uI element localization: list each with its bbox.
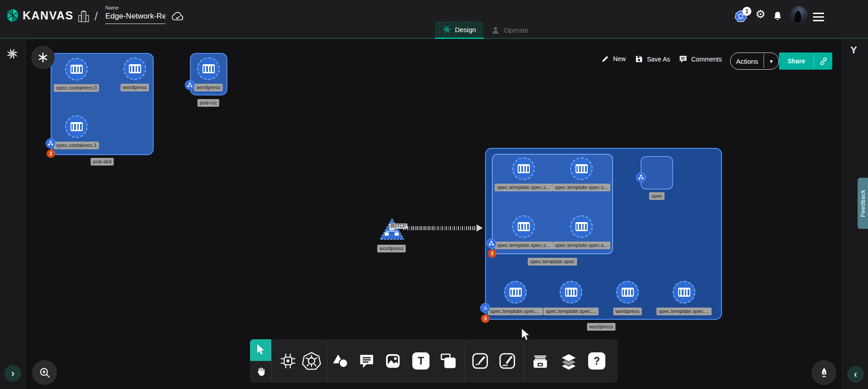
note-icon <box>439 352 458 370</box>
node-service-wordpress[interactable] <box>379 218 405 241</box>
node-label: spec.template.spec.... <box>488 308 543 315</box>
toolbar-divider <box>327 342 327 380</box>
container-icon <box>518 164 530 173</box>
sitemap-icon <box>638 175 644 180</box>
layers-tool-button[interactable] <box>559 351 578 370</box>
shapes-icon <box>331 352 349 370</box>
header: KANVAS / Name Edge-Network-Relatio 1 <box>0 0 868 39</box>
edge-arrowhead <box>476 224 483 232</box>
drawer-tool-button[interactable] <box>531 351 550 370</box>
design-name-block: Name Edge-Network-Relatio <box>105 5 165 24</box>
container-icon <box>622 288 634 297</box>
relationship-badge[interactable] <box>480 303 490 313</box>
node-deployment-container[interactable] <box>560 281 582 304</box>
chevron-left-icon: ‹ <box>854 370 857 380</box>
organization-icon[interactable] <box>78 10 90 23</box>
design-name-input[interactable]: Edge-Network-Relatio <box>105 12 165 24</box>
history-swirl-icon[interactable] <box>6 48 18 60</box>
kubernetes-context-button[interactable]: 1 <box>735 10 755 24</box>
edge-port-label: 80/TCP <box>389 223 407 229</box>
zoom-search-button[interactable] <box>32 360 57 385</box>
node-wordpress-container[interactable] <box>123 57 146 80</box>
node-template-container[interactable] <box>570 157 593 180</box>
feedback-tab[interactable]: Feedback <box>858 178 868 229</box>
copy-link-button[interactable] <box>814 52 832 70</box>
container-icon <box>565 288 577 297</box>
group-spec[interactable] <box>641 156 673 190</box>
relationship-badge[interactable] <box>46 138 56 148</box>
group-label: pod-rcc <box>198 99 219 107</box>
yaml-panel-button[interactable]: Y <box>850 44 857 56</box>
node-template-container[interactable] <box>512 215 535 238</box>
help-tool-button[interactable]: ? <box>588 352 605 370</box>
canvas-snap-button[interactable] <box>31 46 55 69</box>
relationship-badge[interactable] <box>185 80 195 90</box>
chip-icon <box>279 352 297 370</box>
kubernetes-helm-icon <box>302 351 321 370</box>
comments-button[interactable]: Comments <box>679 55 722 64</box>
new-button[interactable]: New <box>601 55 626 63</box>
pen-nib-icon <box>818 367 830 379</box>
canvas-toolbar: T <box>250 339 618 383</box>
save-as-label: Save As <box>647 56 670 63</box>
notifications-bell-button[interactable] <box>772 10 783 22</box>
select-tool-button[interactable] <box>250 339 271 361</box>
comment-icon <box>679 55 688 64</box>
pan-tool-button[interactable] <box>250 361 271 383</box>
integrations-tool-button[interactable] <box>279 352 297 370</box>
node-spec-containers-1[interactable] <box>65 115 88 138</box>
settings-gear-button[interactable]: ⚙ <box>755 9 765 20</box>
draw-pen-button[interactable] <box>811 360 836 385</box>
node-template-container[interactable] <box>512 157 535 180</box>
group-spec-template-spec[interactable] <box>492 154 613 254</box>
shapes-tool-button[interactable] <box>331 352 349 370</box>
note-tool-button[interactable] <box>439 352 458 370</box>
edge-service-to-deployment[interactable] <box>403 226 477 230</box>
node-label: spec.template.spec.... <box>656 308 712 315</box>
image-icon <box>384 352 402 370</box>
node-wordpress-container[interactable] <box>197 57 220 80</box>
node-deployment-container[interactable] <box>616 281 639 304</box>
node-deployment-container[interactable] <box>504 281 527 304</box>
count-badge[interactable]: 3 <box>488 249 496 258</box>
image-tool-button[interactable] <box>384 352 402 370</box>
magnifier-plus-icon <box>38 366 51 379</box>
text-tool-icon: T <box>412 352 429 370</box>
breadcrumb-separator: / <box>94 9 98 24</box>
actions-button[interactable]: Actions ▾ <box>730 52 779 70</box>
container-icon <box>678 288 690 297</box>
tab-operate[interactable]: Operate <box>484 21 536 39</box>
share-button[interactable]: Share <box>779 52 832 70</box>
count-badge[interactable]: 3 <box>481 314 490 323</box>
edge-pen-tool-button[interactable] <box>471 352 489 370</box>
save-as-button[interactable]: Save As <box>635 55 670 63</box>
collapse-right-panel-button[interactable]: ‹ <box>847 366 864 383</box>
freehand-draw-tool-button[interactable] <box>498 352 516 370</box>
expand-left-panel-button[interactable]: › <box>5 365 21 382</box>
kubernetes-tool-button[interactable] <box>302 351 321 370</box>
kanvas-logo[interactable]: KANVAS <box>6 8 74 23</box>
pencil-icon <box>601 55 609 63</box>
design-swirl-icon <box>443 25 451 34</box>
user-avatar[interactable] <box>790 6 807 23</box>
relationship-badge[interactable] <box>486 238 496 248</box>
node-label: spec.template.spec.s... <box>495 242 552 249</box>
node-label: spec.template.spec.s... <box>495 184 552 191</box>
menu-hamburger-button[interactable] <box>813 13 824 21</box>
comment-tool-button[interactable] <box>358 352 375 370</box>
container-icon <box>576 222 588 231</box>
relationship-badge[interactable] <box>636 172 646 182</box>
layers-icon <box>559 351 578 370</box>
container-icon <box>576 164 588 173</box>
node-label: spec.template.spec.s... <box>552 242 610 249</box>
actions-caret[interactable]: ▾ <box>764 53 778 69</box>
container-icon <box>129 64 141 73</box>
text-tool-button[interactable]: T <box>412 352 429 370</box>
kanvas-app: KANVAS / Name Edge-Network-Relatio 1 <box>0 0 868 389</box>
tab-design[interactable]: Design <box>435 21 484 39</box>
tab-operate-label: Operate <box>504 26 528 34</box>
count-badge[interactable]: 2 <box>47 149 55 158</box>
node-deployment-container[interactable] <box>673 281 695 304</box>
node-template-container[interactable] <box>570 215 593 238</box>
node-spec-containers-0[interactable] <box>65 58 88 81</box>
